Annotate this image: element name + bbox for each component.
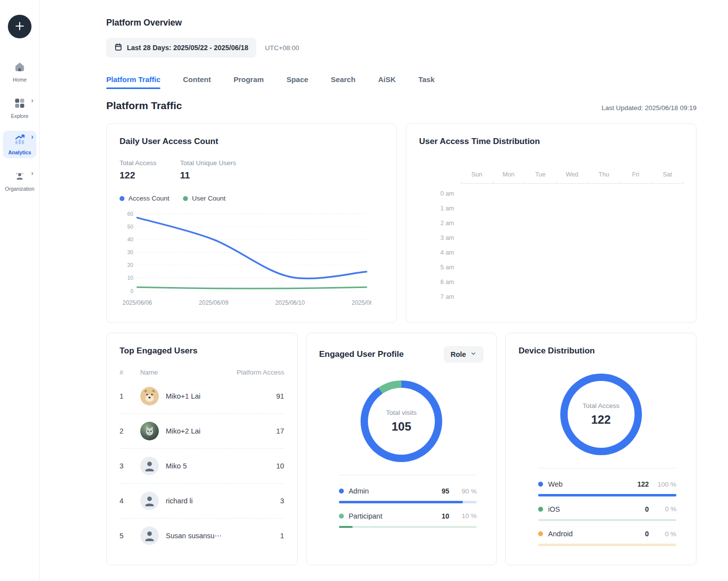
chevron-right-icon: › [31,170,33,176]
legend-dot [538,482,543,487]
daily-access-stats: Total Access 122 Total Unique Users 11 [120,159,384,181]
user-rank: 1 [120,392,140,400]
grid-icon [13,97,26,112]
svg-text:60: 60 [127,211,133,217]
date-row: Last 28 Days: 2025/05/22 - 2025/06/18 UT… [106,38,697,58]
table-row[interactable]: 4richard li3 [120,483,284,518]
table-row[interactable]: 3Miko 510 [120,448,284,483]
engaged-profile-card: Engaged User Profile Role Total visits 1… [306,333,497,565]
legend-dot [120,196,124,201]
user-access-count: 3 [280,497,284,505]
heatmap-day-header: SunMonTueWedThuFriSat [461,171,683,183]
sidebar-item-analytics[interactable]: ›Analytics [3,131,36,158]
heatmap-row: 6 am [419,275,683,290]
role-filter-dropdown[interactable]: Role [444,346,484,363]
user-name: Susan susansu⋯ [166,532,222,540]
calendar-icon [114,43,122,53]
time-distribution-heatmap: SunMonTueWedThuFriSat0 am1 am2 am3 am4 a… [419,171,683,304]
tab-task[interactable]: Task [418,75,434,89]
daily-access-line-chart: 01020304050602025/06/062025/06/092025/06… [120,208,384,311]
top-users-card: Top Engaged Users # Name Platform Access… [106,333,298,565]
legend-item-participant: Participant1010 % [339,512,477,520]
user-name: richard li [166,497,193,505]
stat-total-access: Total Access 122 [120,159,156,181]
sidebar-item-label: Organization [5,186,34,192]
top-users-table-header: # Name Platform Access [120,369,284,379]
section-title: Platform Traffic [106,100,182,112]
svg-text:2025/06/17: 2025/06/17 [352,299,371,306]
charts-row-2: Top Engaged Users # Name Platform Access… [106,333,697,565]
home-icon [13,60,26,75]
legend-item-admin: Admin9590 % [339,487,477,495]
heatmap-day-label: Sat [651,171,683,183]
heatmap-day-label: Fri [620,171,652,183]
svg-text:40: 40 [127,236,133,242]
create-button[interactable] [8,15,31,38]
user-rank: 4 [120,497,140,505]
section-head: Platform Traffic Last Updated: 2025/06/1… [106,100,697,112]
avatar [140,457,159,475]
top-users-table-body: 1Miko+1 Lai912Miko+2 Lai173Miko 5104rich… [120,379,284,553]
avatar [140,422,159,440]
line-chart-legend: Access CountUser Count [120,195,384,202]
card-title: Top Engaged Users [120,346,284,356]
table-row[interactable]: 5Susan susansu⋯1 [120,518,284,553]
people-icon [13,170,26,184]
chevron-right-icon: › [31,133,33,140]
svg-text:50: 50 [127,224,133,230]
plus-icon [14,21,25,33]
tab-search[interactable]: Search [331,75,356,89]
tab-bar: Platform TrafficContentProgramSpaceSearc… [106,75,697,89]
legend-progress-bar [339,501,477,503]
heatmap-hour-label: 4 am [419,249,461,256]
timezone-label: UTC+08:00 [265,44,299,52]
legend-progress-bar [538,544,676,546]
heatmap-row: 1 am [419,201,683,216]
heatmap-hour-label: 3 am [419,234,461,241]
heatmap-hour-label: 2 am [419,220,461,227]
table-row[interactable]: 2Miko+2 Lai17 [120,413,284,448]
sidebar-item-label: Explore [11,113,29,119]
legend-item-user-count: User Count [183,195,225,202]
tab-aisk[interactable]: AiSK [378,75,396,89]
heatmap-hour-label: 5 am [419,264,461,271]
legend-progress-bar [538,494,676,496]
heatmap-hour-label: 1 am [419,205,461,212]
user-access-count: 10 [276,462,284,470]
tab-program[interactable]: Program [234,75,264,89]
heatmap-day-label: Sun [461,171,493,183]
legend-dot [339,514,344,519]
tab-platform-traffic[interactable]: Platform Traffic [106,75,160,89]
avatar [140,526,159,545]
date-range-picker[interactable]: Last 28 Days: 2025/05/22 - 2025/06/18 [106,38,256,58]
user-name: Miko+2 Lai [166,427,201,435]
sidebar-item-organization[interactable]: ›Organization [3,167,36,195]
chevron-right-icon: › [31,97,33,104]
sidebar-item-explore[interactable]: ›Explore [3,94,36,122]
last-updated-label: Last Updated: 2025/06/18 09:19 [602,104,697,112]
tab-space[interactable]: Space [286,75,308,89]
svg-text:2025/06/09: 2025/06/09 [199,299,228,306]
svg-text:20: 20 [127,262,133,268]
chevron-down-icon [470,350,477,358]
svg-text:0: 0 [130,288,133,294]
page-title: Platform Overview [106,18,697,28]
table-row[interactable]: 1Miko+1 Lai91 [120,379,284,413]
svg-text:30: 30 [127,249,133,255]
avatar [140,387,159,406]
charts-row-1: Daily User Access Count Total Access 122… [106,123,697,323]
heatmap-row: 4 am [419,245,683,260]
user-rank: 3 [120,462,140,470]
svg-text:10: 10 [127,275,133,281]
card-title: Device Distribution [518,346,683,356]
heatmap-hour-label: 6 am [419,279,461,286]
heatmap-row: 3 am [419,231,683,245]
sidebar-item-label: Analytics [8,149,31,155]
legend-item-android: Android00 % [538,530,676,538]
tab-content[interactable]: Content [183,75,211,89]
sidebar-item-home[interactable]: Home [3,58,36,86]
user-name: Miko 5 [166,462,187,470]
heatmap-row: 2 am [419,216,683,231]
stat-total-unique-users: Total Unique Users 11 [180,159,236,181]
legend-item-ios: iOS00 % [538,505,676,513]
